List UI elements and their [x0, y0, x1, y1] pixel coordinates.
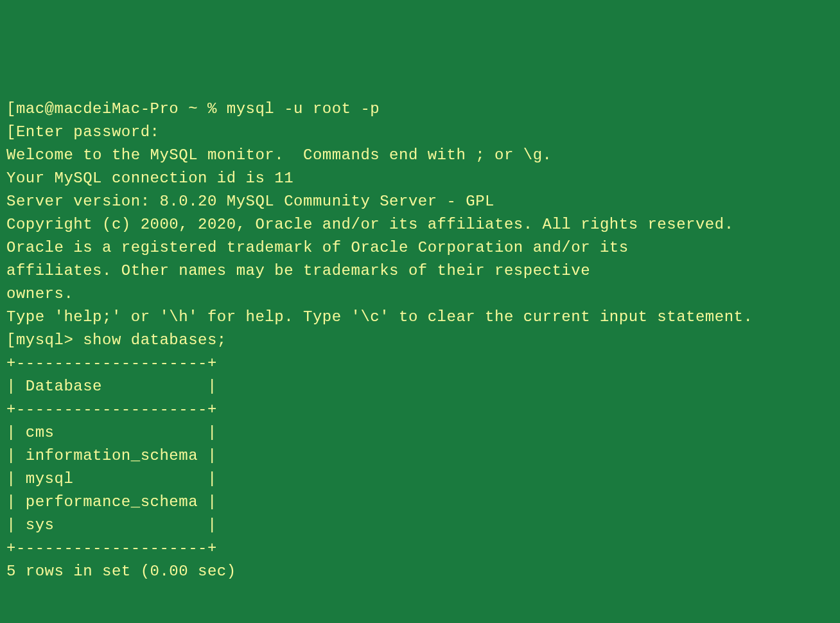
- server-version: Server version: 8.0.20 MySQL Community S…: [6, 190, 834, 213]
- help-line: Type 'help;' or '\h' for help. Type '\c'…: [6, 306, 834, 329]
- trademark-line: affiliates. Other names may be trademark…: [6, 259, 834, 283]
- trademark-line: Oracle is a registered trademark of Orac…: [6, 236, 834, 259]
- table-border: +--------------------+: [6, 537, 834, 560]
- table-header: | Database |: [6, 375, 834, 398]
- trademark-line: owners.: [6, 283, 834, 306]
- connection-id: Your MySQL connection id is 11: [6, 167, 834, 190]
- shell-prompt-line: [mac@macdeiMac-Pro ~ % mysql -u root -p: [6, 98, 834, 121]
- table-row: | cms |: [6, 421, 834, 444]
- welcome-message: Welcome to the MySQL monitor. Commands e…: [6, 144, 834, 167]
- table-row: | sys |: [6, 514, 834, 537]
- copyright-line: Copyright (c) 2000, 2020, Oracle and/or …: [6, 213, 834, 236]
- result-summary: 5 rows in set (0.00 sec): [6, 560, 834, 583]
- table-row: | information_schema |: [6, 444, 834, 468]
- password-prompt: [Enter password:: [6, 121, 834, 144]
- terminal-window[interactable]: [mac@macdeiMac-Pro ~ % mysql -u root -p[…: [6, 98, 834, 583]
- table-row: | performance_schema |: [6, 491, 834, 514]
- mysql-prompt-line: [mysql> show databases;: [6, 329, 834, 352]
- table-row: | mysql |: [6, 468, 834, 491]
- table-border: +--------------------+: [6, 398, 834, 421]
- table-border: +--------------------+: [6, 352, 834, 375]
